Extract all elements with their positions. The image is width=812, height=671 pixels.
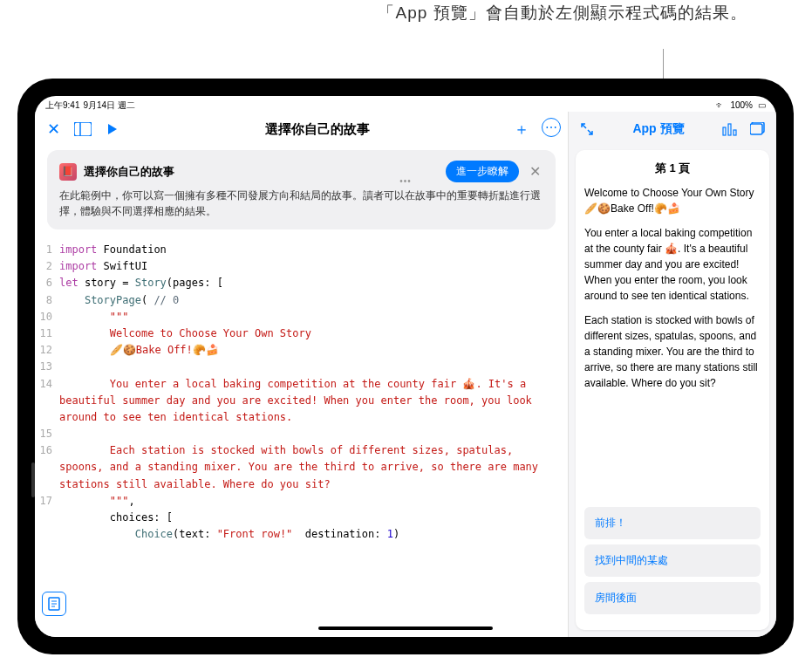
line-number: 2	[35, 258, 59, 275]
info-card: 📕 選擇你自己的故事 進一步瞭解 ✕ 在此範例中，你可以寫一個擁有多種不同發展方…	[47, 150, 556, 229]
line-content[interactable]: let story = Story(pages: [	[59, 275, 568, 291]
preview-para-1: Welcome to Choose Your Own Story 🥖🍪Bake …	[584, 185, 761, 216]
preview-title: App 預覽	[604, 121, 713, 137]
ipad-frame: 上午9:41 9月14日 週二 ᯤ 100% ▭ ••• ✕	[17, 79, 794, 654]
code-line[interactable]: 11 Welcome to Choose Your Own Story	[35, 325, 568, 342]
status-time: 上午9:41	[45, 99, 79, 112]
line-content[interactable]: 🥖🍪Bake Off!🥐🍰	[59, 342, 568, 359]
line-content[interactable]: Choice(text: "Front row!" destination: 1…	[59, 526, 568, 543]
documentation-button[interactable]	[42, 592, 66, 616]
line-number	[35, 526, 59, 543]
line-content[interactable]: """,	[59, 493, 568, 510]
line-number: 10	[35, 309, 59, 325]
battery-percent: 100%	[730, 100, 753, 110]
line-number	[35, 510, 59, 526]
line-number: 12	[35, 342, 59, 359]
side-button	[31, 462, 35, 497]
code-line[interactable]: choices: [	[35, 510, 568, 526]
home-indicator[interactable]	[318, 626, 493, 630]
close-button[interactable]: ✕	[42, 118, 65, 140]
sidebar-toggle-button[interactable]	[72, 118, 94, 140]
line-number: 14	[35, 376, 59, 427]
svg-rect-2	[723, 127, 726, 135]
line-content[interactable]	[59, 359, 568, 375]
code-line[interactable]: 14 You enter a local baking competition …	[35, 376, 568, 427]
expand-button[interactable]	[576, 118, 598, 140]
code-line[interactable]: 16 Each station is stocked with bowls of…	[35, 442, 568, 493]
line-number: 16	[35, 442, 59, 493]
code-line[interactable]: 15	[35, 426, 568, 442]
line-number: 13	[35, 359, 59, 375]
line-number: 1	[35, 242, 59, 258]
ipad-screen: 上午9:41 9月14日 週二 ᯤ 100% ▭ ••• ✕	[35, 96, 776, 637]
wifi-icon: ᯤ	[716, 100, 725, 110]
preview-pane: App 預覽 第 1 頁 Welcome to Choose Your Own …	[569, 112, 776, 637]
svg-rect-0	[74, 122, 92, 136]
learn-more-button[interactable]: 進一步瞭解	[446, 161, 519, 182]
line-number: 15	[35, 426, 59, 442]
callout-text: 「App 預覽」會自動於左側顯示程式碼的結果。	[331, 2, 794, 24]
status-bar: 上午9:41 9月14日 週二 ᯤ 100% ▭	[35, 96, 776, 112]
editor-pane: ✕ 選擇你自己的故事 ＋ ⋯ 📕 選擇	[35, 112, 569, 637]
line-content[interactable]: Each station is stocked with bowls of di…	[59, 442, 568, 493]
line-content[interactable]: StoryPage( // 0	[59, 292, 568, 309]
code-line[interactable]: 6let story = Story(pages: [	[35, 275, 568, 291]
line-content[interactable]: import SwiftUI	[59, 258, 568, 275]
code-line[interactable]: 13	[35, 359, 568, 375]
code-line[interactable]: Choice(text: "Front row!" destination: 1…	[35, 526, 568, 543]
line-content[interactable]: """	[59, 309, 568, 325]
multitask-handle[interactable]: •••	[399, 176, 412, 186]
line-number: 17	[35, 493, 59, 510]
preview-content: 第 1 頁 Welcome to Choose Your Own Story 🥖…	[576, 150, 769, 630]
line-content[interactable]	[59, 426, 568, 442]
code-line[interactable]: 17 """,	[35, 493, 568, 510]
preview-para-3: Each station is stocked with bowls of di…	[584, 312, 761, 391]
line-content[interactable]: Welcome to Choose Your Own Story	[59, 325, 568, 342]
info-card-description: 在此範例中，你可以寫一個擁有多種不同發展方向和結局的故事。讀者可以在故事中的重要…	[59, 188, 543, 219]
code-editor[interactable]: 1import Foundation2import SwiftUI6let st…	[35, 236, 568, 637]
line-number: 11	[35, 325, 59, 342]
line-content[interactable]: import Foundation	[59, 242, 568, 258]
preview-toolbar: App 預覽	[569, 112, 776, 147]
choice-button-3[interactable]: 房間後面	[584, 582, 761, 614]
line-number: 6	[35, 275, 59, 291]
svg-rect-3	[728, 124, 731, 135]
code-line[interactable]: 12 🥖🍪Bake Off!🥐🍰	[35, 342, 568, 359]
choice-button-2[interactable]: 找到中間的某處	[584, 544, 761, 577]
code-line[interactable]: 10 """	[35, 309, 568, 325]
line-content[interactable]: You enter a local baking competition at …	[59, 376, 568, 427]
code-line[interactable]: 1import Foundation	[35, 242, 568, 258]
code-line[interactable]: 8 StoryPage( // 0	[35, 292, 568, 309]
battery-icon: ▭	[758, 100, 766, 110]
results-button[interactable]	[719, 118, 741, 140]
code-line[interactable]: 2import SwiftUI	[35, 258, 568, 275]
editor-toolbar: ✕ 選擇你自己的故事 ＋ ⋯	[35, 112, 568, 147]
line-number: 8	[35, 292, 59, 309]
line-content[interactable]: choices: [	[59, 510, 568, 526]
info-card-title: 選擇你自己的故事	[84, 164, 439, 180]
run-button[interactable]	[101, 118, 124, 140]
add-button[interactable]: ＋	[510, 118, 533, 140]
svg-rect-4	[734, 130, 736, 135]
page-header: 第 1 頁	[584, 161, 761, 176]
editor-title: 選擇你自己的故事	[131, 121, 503, 138]
view-mode-button[interactable]	[747, 118, 769, 140]
info-close-button[interactable]: ✕	[526, 163, 543, 180]
svg-rect-6	[750, 124, 762, 134]
choice-button-1[interactable]: 前排！	[584, 507, 761, 539]
preview-para-2: You enter a local baking competition at …	[584, 225, 761, 304]
book-icon: 📕	[59, 163, 77, 181]
app-content: ✕ 選擇你自己的故事 ＋ ⋯ 📕 選擇	[35, 112, 776, 637]
more-button[interactable]: ⋯	[542, 118, 561, 137]
status-date: 9月14日 週二	[83, 99, 134, 112]
